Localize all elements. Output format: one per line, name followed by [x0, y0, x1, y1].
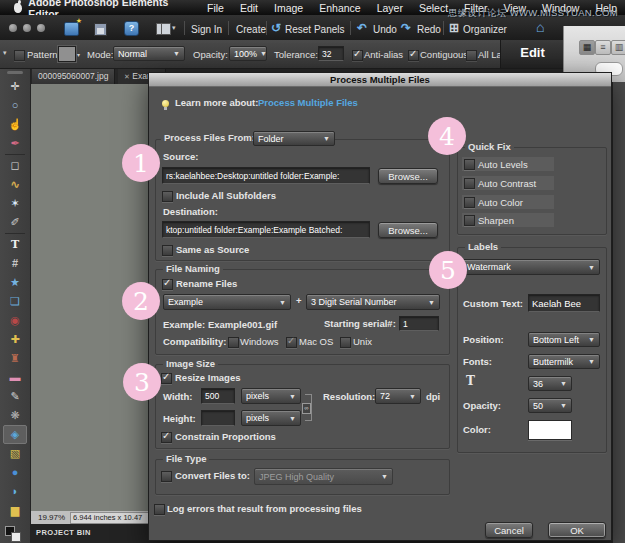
- dialog-title[interactable]: Process Multiple Files: [149, 73, 611, 87]
- file-name-dropdown[interactable]: Example▼: [163, 294, 291, 310]
- column-view-button[interactable]: ▥: [611, 40, 625, 55]
- organizer-icon[interactable]: ⊞: [449, 21, 459, 35]
- layout-icon[interactable]: [156, 23, 171, 35]
- cancel-button[interactable]: Cancel: [485, 522, 533, 538]
- resize-images-checkbox[interactable]: [161, 373, 172, 384]
- menu-item-file[interactable]: File: [207, 2, 224, 14]
- thumbnail-view-button[interactable]: ▦: [579, 40, 595, 55]
- destination-browse-button[interactable]: Browse...: [378, 222, 438, 238]
- mac-os-checkbox[interactable]: [286, 337, 297, 348]
- starting-serial-input[interactable]: 1: [399, 316, 439, 331]
- smart-brush-tool[interactable]: ❋: [4, 406, 26, 425]
- background-color-swatch[interactable]: [11, 532, 21, 542]
- redo-icon[interactable]: ↷: [401, 21, 411, 35]
- undo-icon[interactable]: ↶: [357, 21, 367, 35]
- menu-item-select[interactable]: Select: [419, 2, 448, 14]
- height-input[interactable]: [201, 410, 235, 426]
- crop-tool[interactable]: #: [4, 254, 26, 273]
- log-errors-checkbox[interactable]: [154, 504, 165, 515]
- menu-item-layer[interactable]: Layer: [377, 2, 403, 14]
- label-opacity-dropdown[interactable]: 50▼: [528, 398, 572, 413]
- tolerance-input[interactable]: 32: [318, 46, 344, 61]
- shape-tool[interactable]: ●: [4, 463, 26, 482]
- convert-format-dropdown[interactable]: JPEG High Quality▼: [254, 468, 393, 485]
- anti-alias-checkbox[interactable]: [352, 50, 363, 61]
- sponge-tool[interactable]: ▆: [4, 501, 26, 520]
- auto-levels-checkbox[interactable]: [464, 159, 475, 170]
- zoom-tool[interactable]: ○: [4, 96, 26, 115]
- resolution-dropdown[interactable]: 72▼: [375, 388, 421, 404]
- edit-tab[interactable]: Edit: [500, 40, 564, 68]
- menu-item-image[interactable]: Image: [274, 2, 303, 14]
- source-path-input[interactable]: rs:kaelahbee:Desktop:untitled folder:Exa…: [162, 167, 370, 184]
- convert-files-checkbox[interactable]: [161, 471, 172, 482]
- paint-bucket-tool[interactable]: ◈: [3, 425, 27, 444]
- zoom-level-field[interactable]: 19.97%: [38, 513, 65, 522]
- serial-number-dropdown[interactable]: 3 Digit Serial Number▼: [306, 294, 440, 310]
- destination-path-input[interactable]: ktop:untitled folder:Example:Example Bat…: [162, 221, 370, 238]
- organizer-button[interactable]: Organizer: [463, 24, 507, 35]
- same-as-source-checkbox[interactable]: [162, 245, 173, 256]
- lasso-tool[interactable]: ∿: [4, 175, 26, 194]
- unix-checkbox[interactable]: [340, 337, 351, 348]
- blur-tool[interactable]: ◗: [4, 482, 26, 501]
- window-zoom-dot[interactable]: [37, 24, 45, 32]
- label-type-dropdown[interactable]: Watermark▼: [462, 259, 600, 275]
- include-subfolders-checkbox[interactable]: [162, 191, 173, 202]
- menu-item-enhance[interactable]: Enhance: [319, 2, 360, 14]
- mode-dropdown[interactable]: Normal▼: [113, 46, 185, 61]
- pattern-swatch-arrow-icon[interactable]: ▾: [77, 51, 80, 58]
- magic-wand-tool[interactable]: ✶: [4, 194, 26, 213]
- label-color-swatch[interactable]: [528, 420, 572, 440]
- apple-logo-icon[interactable]: [14, 3, 22, 13]
- reset-panels-button[interactable]: Reset Panels: [285, 24, 344, 35]
- auto-contrast-checkbox[interactable]: [464, 178, 475, 189]
- create-button[interactable]: Create: [236, 24, 266, 35]
- auto-color-checkbox[interactable]: [464, 197, 475, 208]
- fonts-dropdown[interactable]: Buttermilk▼: [528, 354, 600, 369]
- width-unit-dropdown[interactable]: pixels▼: [241, 388, 301, 404]
- recompose-tool[interactable]: ❏: [4, 292, 26, 311]
- close-icon[interactable]: ✕: [124, 73, 130, 80]
- quick-selection-tool[interactable]: ✐: [4, 213, 26, 232]
- all-layers-checkbox[interactable]: [466, 50, 477, 61]
- brush-tool[interactable]: ✎: [4, 387, 26, 406]
- position-dropdown[interactable]: Bottom Left▼: [528, 332, 600, 347]
- hand-tool[interactable]: ☝: [4, 115, 26, 134]
- help-icon[interactable]: ?: [124, 21, 139, 36]
- undo-button[interactable]: Undo: [373, 24, 397, 35]
- ok-button[interactable]: OK: [548, 522, 606, 538]
- source-browse-button[interactable]: Browse...: [378, 168, 438, 184]
- marquee-tool[interactable]: ◻: [4, 156, 26, 175]
- tool-options-grip-icon[interactable]: ▾: [3, 49, 7, 57]
- gradient-tool[interactable]: ▧: [4, 444, 26, 463]
- window-minimize-dot[interactable]: [23, 24, 31, 32]
- width-input[interactable]: 500: [201, 388, 235, 404]
- move-tool[interactable]: ✛: [4, 77, 26, 96]
- new-file-icon[interactable]: [64, 22, 79, 36]
- learn-more-link[interactable]: Process Multiple Files: [258, 97, 358, 108]
- save-icon[interactable]: [94, 23, 107, 36]
- clone-stamp-tool[interactable]: ♜: [4, 349, 26, 368]
- toolbar-grip[interactable]: [7, 71, 23, 74]
- reset-panels-icon[interactable]: ↺: [271, 21, 281, 35]
- sign-in-button[interactable]: Sign In: [191, 24, 222, 35]
- healing-brush-tool[interactable]: ✚: [4, 330, 26, 349]
- font-size-dropdown[interactable]: 36▼: [528, 376, 572, 391]
- constrain-proportions-checkbox[interactable]: [161, 432, 172, 443]
- opacity-dropdown[interactable]: 100%▼: [229, 46, 267, 61]
- cookie-cutter-tool[interactable]: ★: [4, 273, 26, 292]
- window-close-dot[interactable]: [9, 24, 17, 32]
- height-unit-dropdown[interactable]: pixels▼: [241, 410, 301, 426]
- sharpen-checkbox[interactable]: [464, 215, 475, 226]
- redo-button[interactable]: Redo: [417, 24, 441, 35]
- document-tab-active[interactable]: 000095060007.jpg: [32, 69, 115, 84]
- contiguous-checkbox[interactable]: [408, 50, 419, 61]
- project-bin-label[interactable]: PROJECT BIN: [36, 528, 91, 537]
- process-files-from-dropdown[interactable]: Folder▼: [253, 131, 335, 146]
- windows-checkbox[interactable]: [228, 337, 239, 348]
- eraser-tool[interactable]: ▬: [4, 368, 26, 387]
- rename-files-checkbox[interactable]: [162, 279, 173, 290]
- red-eye-removal-tool[interactable]: ◉: [4, 311, 26, 330]
- type-tool[interactable]: T: [4, 235, 26, 254]
